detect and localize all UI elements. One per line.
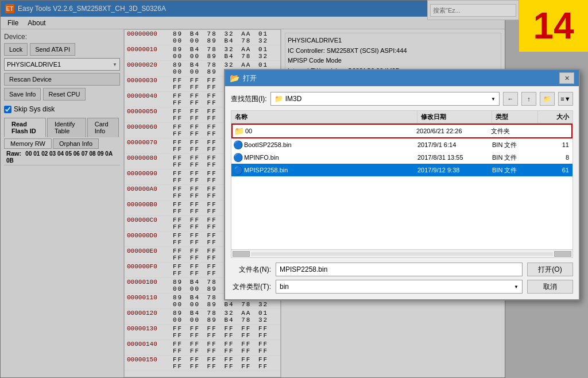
scroll-left-button[interactable]	[233, 251, 250, 257]
dialog-title-text: 📂 打开	[230, 74, 257, 83]
folder-icon: 📁	[233, 126, 245, 136]
list-item-mpisp[interactable]: 🔵 MPISP2258.bin 2017/9/12 9:38 BIN 文件 61	[231, 164, 572, 176]
col-name: 名称	[231, 111, 417, 123]
open-button[interactable]: 打开(O)	[527, 263, 573, 276]
dialog-window-controls: ✕	[559, 72, 574, 84]
filetype-combo[interactable]: bin ▼	[276, 280, 523, 294]
look-in-arrow-icon: ▼	[491, 97, 496, 102]
cancel-button[interactable]: 取消	[527, 280, 573, 294]
view-toggle-button[interactable]: ≡▼	[558, 92, 573, 106]
list-item-bootisp[interactable]: 🔵 BootISP2258.bin 2017/9/1 6:14 BIN 文件 1…	[231, 138, 572, 151]
horizontal-scrollbar[interactable]	[231, 250, 573, 258]
list-item-folder-00[interactable]: 📁 00 2020/6/21 22:26 文件夹	[231, 124, 572, 138]
dialog-title-bar: 📂 打开 ✕	[225, 70, 579, 86]
bin-file-icon: 🔵	[231, 140, 244, 149]
dialog-toolbar: 查找范围(I): 📁 IM3D ▼ ← ↑ 📁 ≡▼	[231, 92, 573, 106]
look-in-folder-icon: 📁	[274, 95, 283, 103]
list-item-mpinfo[interactable]: 🔵 MPINFO.bin 2017/8/31 13:55 BIN 文件 8	[231, 151, 572, 164]
col-size: 大小	[538, 111, 572, 123]
look-in-combo[interactable]: 📁 IM3D ▼	[270, 92, 500, 106]
dialog-folder-icon: 📂	[230, 74, 239, 83]
filetype-label: 文件类型(T):	[231, 282, 271, 292]
filename-row: 文件名(N): 打开(O)	[231, 263, 573, 276]
bin-file-icon-3: 🔵	[231, 165, 244, 175]
nav-up-button[interactable]: ↑	[521, 92, 536, 106]
dialog-overlay: 📂 打开 ✕ 查找范围(I): 📁 IM3D ▼ ← ↑ 📁 ≡▼	[0, 0, 588, 378]
file-list[interactable]: 📁 00 2020/6/21 22:26 文件夹 🔵 BootISP2258.b…	[231, 124, 573, 250]
scroll-track	[251, 252, 553, 256]
look-in-label: 查找范围(I):	[231, 94, 267, 104]
filename-label: 文件名(N):	[231, 265, 271, 275]
file-list-header: 名称 修改日期 类型 大小	[231, 110, 573, 124]
create-folder-button[interactable]: 📁	[540, 92, 555, 106]
bin-file-icon-2: 🔵	[231, 153, 244, 162]
filename-input[interactable]	[276, 263, 523, 276]
dialog-body: 查找范围(I): 📁 IM3D ▼ ← ↑ 📁 ≡▼ 名称 修改日期 类型 大小	[225, 86, 579, 299]
filetype-arrow-icon: ▼	[514, 284, 519, 290]
dialog-close-button[interactable]: ✕	[559, 72, 574, 84]
filetype-row: 文件类型(T): bin ▼ 取消	[231, 280, 573, 294]
col-date: 修改日期	[417, 111, 492, 123]
number-badge: 14	[519, 0, 588, 52]
scroll-right-button[interactable]	[554, 251, 571, 257]
dialog-bottom: 文件名(N): 打开(O) 文件类型(T): bin ▼ 取消	[231, 263, 573, 294]
open-file-dialog: 📂 打开 ✕ 查找范围(I): 📁 IM3D ▼ ← ↑ 📁 ≡▼	[224, 69, 580, 300]
nav-back-button[interactable]: ←	[503, 92, 518, 106]
col-type: 类型	[492, 111, 538, 123]
